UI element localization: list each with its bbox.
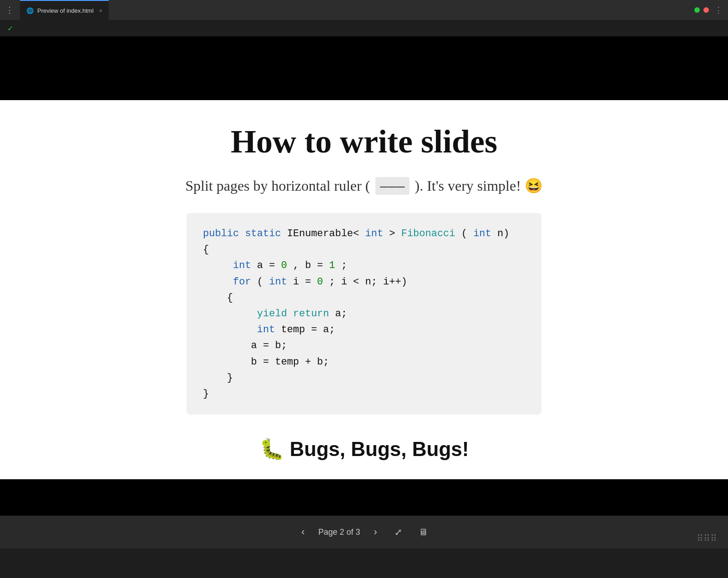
kw-int-5: int (257, 324, 275, 335)
code-line-4: for ( int i = 0 ; i < n; i++) (203, 274, 525, 290)
green-dot (694, 7, 700, 13)
browser-tab[interactable]: 🌐 Preview of index.html × (20, 0, 109, 20)
fn-fibonacci: Fibonacci (401, 228, 455, 239)
navigation-bar: ‹ Page 2 of 3 › ⤢ 🖥 ⠿⠿⠿ (0, 516, 728, 548)
slide-title: How to write slides (231, 123, 497, 161)
val-1: 1 (329, 260, 335, 271)
kw-for: for (233, 276, 251, 288)
code-line-8: a = b; (203, 338, 525, 354)
menu-icon[interactable]: ⋮ (5, 5, 14, 15)
code-line-3: int a = 0 , b = 1 ; (203, 258, 525, 274)
black-strip-top (0, 36, 728, 100)
globe-icon: 🌐 (26, 7, 34, 14)
red-dot (703, 7, 709, 13)
slide-content: How to write slides Split pages by horiz… (0, 100, 728, 479)
window-controls (694, 7, 709, 13)
subtitle-before: Split pages by horizontal ruler ( (185, 177, 370, 194)
kw-int-2: int (473, 228, 491, 239)
code-line-5: { (203, 290, 525, 306)
code-line-2: { (203, 242, 525, 258)
val-0: 0 (281, 260, 287, 271)
kw-int-4: int (269, 276, 287, 288)
fullscreen-button[interactable]: ⤢ (391, 524, 406, 540)
code-line-7: int temp = a; (203, 322, 525, 338)
code-line-9: b = temp + b; (203, 354, 525, 370)
code-line-11: } (203, 386, 525, 402)
bugs-heading: 🐛 Bugs, Bugs, Bugs! (259, 437, 469, 461)
kw-int-3: int (233, 260, 251, 271)
code-line-1: public static IEnumerable< int > Fibonac… (203, 226, 525, 242)
tab-label: Preview of index.html (37, 7, 94, 14)
kw-int-1: int (365, 228, 383, 239)
slide-subtitle: Split pages by horizontal ruler ( ——— ).… (185, 177, 543, 195)
subtitle-after: ). It's very simple! 😆 (415, 177, 543, 194)
prev-page-button[interactable]: ‹ (297, 523, 309, 541)
present-button[interactable]: 🖥 (415, 524, 431, 540)
tab-close-button[interactable]: × (99, 7, 103, 14)
val-0b: 0 (317, 276, 323, 288)
page-indicator: Page 2 of 3 (318, 527, 360, 537)
checkmark-row: ✓ (0, 20, 728, 36)
bottom-dots: ⠿⠿⠿ (697, 533, 717, 544)
code-block: public static IEnumerable< int > Fibonac… (187, 213, 541, 415)
hr-badge: ——— (375, 177, 409, 195)
black-strip-bottom (0, 479, 728, 516)
more-options-icon[interactable]: ⋮ (714, 5, 723, 15)
kw-static: static (245, 228, 281, 239)
kw-yield-return: yield return (257, 308, 329, 319)
kw-public: public (203, 228, 239, 239)
titlebar: ⋮ 🌐 Preview of index.html × ⋮ (0, 0, 728, 20)
code-line-10: } (203, 370, 525, 386)
code-line-6: yield return a; (203, 306, 525, 322)
next-page-button[interactable]: › (369, 523, 382, 541)
checkmark-icon: ✓ (7, 24, 13, 33)
